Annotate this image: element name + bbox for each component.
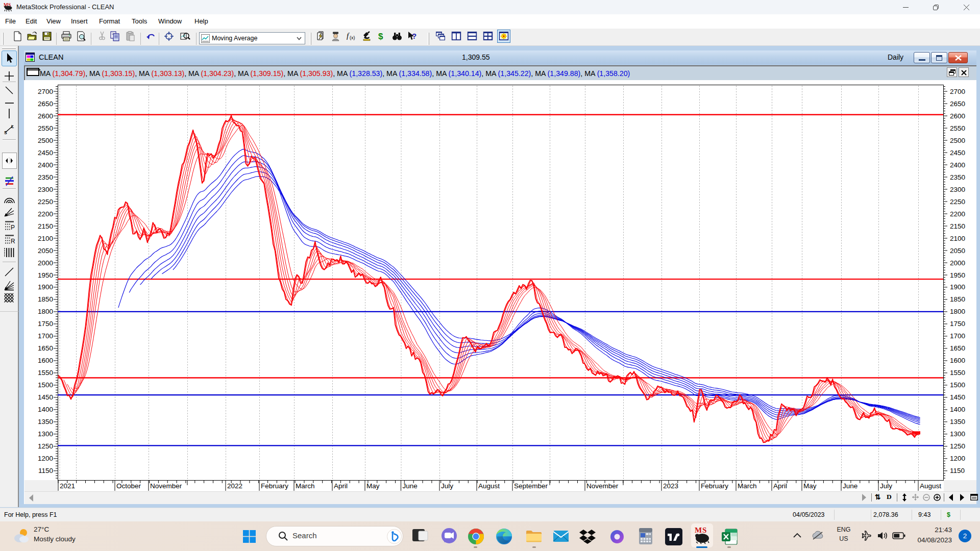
svg-text:1400: 1400 bbox=[38, 406, 53, 413]
svg-text:2300: 2300 bbox=[950, 186, 965, 193]
svg-text:2000: 2000 bbox=[38, 259, 53, 267]
svg-text:1300: 1300 bbox=[38, 430, 53, 438]
svg-text:1700: 1700 bbox=[38, 332, 53, 340]
svg-text:1900: 1900 bbox=[38, 283, 53, 291]
svg-text:S: S bbox=[702, 526, 706, 534]
svg-text:June: June bbox=[843, 482, 857, 490]
svg-text:1750: 1750 bbox=[38, 320, 53, 328]
svg-text:1650: 1650 bbox=[950, 344, 965, 352]
svg-text:1650: 1650 bbox=[38, 344, 53, 352]
svg-text:2400: 2400 bbox=[950, 161, 965, 169]
svg-text:1350: 1350 bbox=[950, 418, 965, 425]
svg-text:2350: 2350 bbox=[38, 173, 53, 181]
svg-text:1350: 1350 bbox=[38, 418, 53, 425]
svg-text:2450: 2450 bbox=[38, 149, 53, 157]
svg-text:1150: 1150 bbox=[38, 467, 53, 474]
svg-text:2700: 2700 bbox=[38, 88, 53, 95]
svg-text:2650: 2650 bbox=[38, 100, 53, 108]
svg-text:1500: 1500 bbox=[950, 381, 965, 389]
svg-text:1300: 1300 bbox=[950, 430, 965, 438]
svg-text:July: July bbox=[441, 482, 453, 490]
svg-text:1550: 1550 bbox=[950, 369, 965, 377]
svg-text:1250: 1250 bbox=[38, 442, 53, 450]
svg-text:2021: 2021 bbox=[60, 482, 75, 490]
svg-text:1200: 1200 bbox=[950, 455, 965, 462]
svg-text:1600: 1600 bbox=[950, 357, 965, 364]
svg-text:2100: 2100 bbox=[950, 235, 965, 242]
svg-text:2600: 2600 bbox=[950, 112, 965, 120]
svg-text:March: March bbox=[296, 482, 315, 490]
svg-text:2150: 2150 bbox=[38, 222, 53, 230]
svg-text:2550: 2550 bbox=[950, 124, 965, 132]
svg-text:1150: 1150 bbox=[950, 467, 965, 474]
svg-text:2500: 2500 bbox=[38, 137, 53, 144]
svg-text:1950: 1950 bbox=[950, 271, 965, 279]
svg-text:April: April bbox=[773, 482, 787, 490]
svg-text:February: February bbox=[261, 482, 288, 490]
svg-text:1600: 1600 bbox=[38, 357, 53, 364]
svg-text:May: May bbox=[366, 482, 380, 490]
svg-text:2550: 2550 bbox=[38, 124, 53, 132]
svg-text:1200: 1200 bbox=[38, 455, 53, 462]
svg-text:2000: 2000 bbox=[950, 259, 965, 267]
svg-text:August: August bbox=[478, 482, 500, 490]
svg-text:1500: 1500 bbox=[38, 381, 53, 389]
svg-text:August: August bbox=[920, 482, 941, 490]
svg-text:1800: 1800 bbox=[38, 308, 53, 315]
svg-text:February: February bbox=[701, 482, 728, 490]
svg-text:2500: 2500 bbox=[950, 137, 965, 144]
svg-text:1800: 1800 bbox=[950, 308, 965, 315]
svg-text:2023: 2023 bbox=[663, 482, 678, 490]
svg-text:July: July bbox=[880, 482, 892, 490]
svg-text:2400: 2400 bbox=[38, 161, 53, 169]
svg-text:2350: 2350 bbox=[950, 173, 965, 181]
svg-text:2650: 2650 bbox=[950, 100, 965, 108]
svg-text:1850: 1850 bbox=[38, 295, 53, 303]
svg-text:2300: 2300 bbox=[38, 186, 53, 193]
svg-text:September: September bbox=[514, 482, 548, 490]
svg-text:November: November bbox=[150, 482, 182, 490]
svg-text:2250: 2250 bbox=[38, 198, 53, 206]
svg-text:2250: 2250 bbox=[950, 198, 965, 206]
svg-text:2450: 2450 bbox=[950, 149, 965, 157]
svg-text:2150: 2150 bbox=[950, 222, 965, 230]
svg-text:1700: 1700 bbox=[950, 332, 965, 340]
svg-text:November: November bbox=[586, 482, 619, 490]
svg-text:1900: 1900 bbox=[950, 283, 965, 291]
svg-text:1450: 1450 bbox=[950, 393, 965, 401]
svg-text:M: M bbox=[695, 526, 702, 534]
svg-text:March: March bbox=[738, 482, 757, 490]
svg-text:2022: 2022 bbox=[227, 482, 242, 490]
svg-text:2050: 2050 bbox=[950, 247, 965, 255]
svg-text:1450: 1450 bbox=[38, 393, 53, 401]
svg-text:2200: 2200 bbox=[38, 210, 53, 218]
svg-text:2700: 2700 bbox=[950, 88, 965, 95]
svg-text:1750: 1750 bbox=[950, 320, 965, 328]
svg-text:2600: 2600 bbox=[38, 112, 53, 120]
svg-text:2200: 2200 bbox=[950, 210, 965, 218]
svg-text:1950: 1950 bbox=[38, 271, 53, 279]
svg-text:2100: 2100 bbox=[38, 235, 53, 242]
svg-text:2050: 2050 bbox=[38, 247, 53, 255]
svg-text:May: May bbox=[803, 482, 817, 490]
svg-text:1400: 1400 bbox=[950, 406, 965, 413]
svg-text:1550: 1550 bbox=[38, 369, 53, 377]
svg-text:June: June bbox=[403, 482, 418, 490]
svg-text:April: April bbox=[334, 482, 348, 490]
svg-text:October: October bbox=[116, 482, 141, 490]
svg-text:1250: 1250 bbox=[950, 442, 965, 450]
svg-text:1850: 1850 bbox=[950, 295, 965, 303]
